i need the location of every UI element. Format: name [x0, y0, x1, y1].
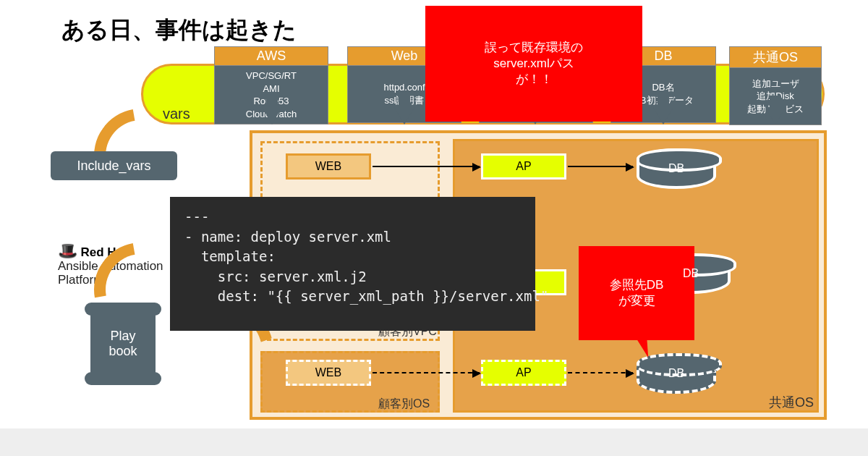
playbook-scroll: Playbook — [90, 311, 156, 376]
web-node: WEB — [286, 153, 371, 180]
arrow-down-icon — [394, 107, 414, 124]
arrow-down-icon — [653, 107, 673, 124]
include-vars-box: Include_vars — [51, 151, 177, 180]
arrow-right-icon — [373, 166, 480, 167]
arrow-right-icon — [568, 166, 633, 167]
db-node: DB — [637, 148, 716, 189]
arrow-right-dashed-icon — [373, 372, 480, 373]
ap-node: AP — [481, 153, 566, 180]
ap-node-new: AP — [481, 360, 566, 386]
customer-os-label: 顧客別OS — [378, 397, 430, 412]
db-node-new: DB — [637, 353, 716, 394]
slide-title: ある日、事件は起きた — [61, 14, 297, 46]
arrow-down-icon — [262, 107, 282, 124]
slide-footer — [0, 428, 868, 456]
burst-callout-main: 誤って既存環境のserver.xmlパスが！！ — [425, 6, 642, 122]
arrow-right-dashed-icon — [568, 372, 633, 373]
common-os-label: 共通OS — [769, 394, 814, 411]
web-node-new: WEB — [286, 360, 371, 386]
hat-icon: 🎩 — [58, 242, 77, 260]
arrow-down-icon — [765, 107, 786, 124]
burst-callout-db: 参照先DBが変更 — [579, 246, 694, 340]
code-snippet: --- - name: deploy server.xml template: … — [170, 197, 535, 331]
